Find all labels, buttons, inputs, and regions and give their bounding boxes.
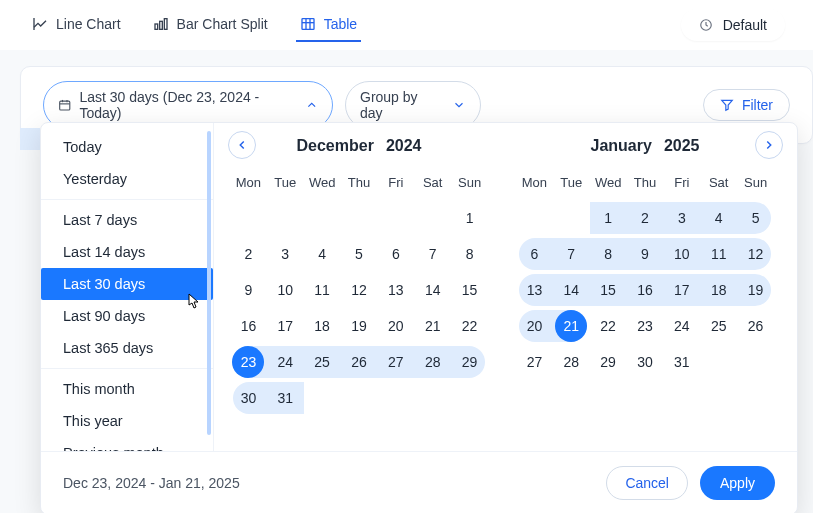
weekday-label: Tue	[553, 169, 590, 196]
bar-chart-icon	[153, 16, 169, 32]
calendar-day[interactable]: 28	[555, 346, 587, 378]
svg-rect-3	[302, 19, 314, 30]
preset-last-14-days[interactable]: Last 14 days	[41, 236, 213, 268]
calendar-month-left: December2024MonTueWedThuFriSatSun1234567…	[230, 137, 488, 451]
preset-this-month[interactable]: This month	[41, 373, 213, 405]
calendar-day[interactable]: 17	[269, 310, 301, 342]
tab-line-chart[interactable]: Line Chart	[28, 8, 125, 42]
preset-last-365-days[interactable]: Last 365 days	[41, 332, 213, 364]
calendar-day[interactable]: 22	[592, 310, 624, 342]
line-chart-icon	[32, 16, 48, 32]
weekday-label: Sun	[737, 169, 774, 196]
prev-month-button[interactable]	[228, 131, 256, 159]
preset-list: TodayYesterdayLast 7 daysLast 14 daysLas…	[41, 123, 213, 451]
tab-table[interactable]: Table	[296, 8, 361, 42]
calendar-day[interactable]: 9	[232, 274, 264, 306]
calendar-day[interactable]: 1	[592, 202, 624, 234]
calendar-day[interactable]: 17	[666, 274, 698, 306]
calendar-day[interactable]: 30	[629, 346, 661, 378]
chart-type-tabs: Line Chart Bar Chart Split Table Default	[0, 0, 813, 50]
preset-last-30-days[interactable]: Last 30 days	[41, 268, 213, 300]
cancel-button[interactable]: Cancel	[606, 466, 688, 500]
weekday-label: Sat	[700, 169, 737, 196]
preset-last-90-days[interactable]: Last 90 days	[41, 300, 213, 332]
preset-today[interactable]: Today	[41, 131, 213, 163]
calendar-day[interactable]: 11	[306, 274, 338, 306]
calendar-day[interactable]: 2	[232, 238, 264, 270]
calendar-day[interactable]: 14	[417, 274, 449, 306]
weekday-label: Fri	[377, 169, 414, 196]
date-range-label: Last 30 days (Dec 23, 2024 - Today)	[79, 89, 296, 121]
calendar-day[interactable]: 13	[380, 274, 412, 306]
calendar-month-right: January2025MonTueWedThuFriSatSun12345678…	[516, 137, 774, 451]
calendar-day[interactable]: 4	[703, 202, 735, 234]
calendar-day[interactable]: 5	[343, 238, 375, 270]
calendar-day[interactable]: 22	[454, 310, 486, 342]
calendar-day[interactable]: 31	[666, 346, 698, 378]
calendar-day[interactable]: 27	[518, 346, 550, 378]
calendar-day[interactable]: 28	[417, 346, 449, 378]
weekday-label: Wed	[304, 169, 341, 196]
calendar-day[interactable]: 16	[629, 274, 661, 306]
svg-rect-2	[164, 19, 167, 30]
preset-last-7-days[interactable]: Last 7 days	[41, 204, 213, 236]
calendar-day[interactable]: 2	[629, 202, 661, 234]
calendar-day[interactable]: 16	[232, 310, 264, 342]
filter-button[interactable]: Filter	[703, 89, 790, 121]
calendar-day[interactable]: 25	[703, 310, 735, 342]
calendar-day[interactable]: 1	[454, 202, 486, 234]
scrollbar[interactable]	[207, 131, 211, 435]
calendar-day[interactable]: 10	[269, 274, 301, 306]
calendar-day[interactable]: 23	[629, 310, 661, 342]
calendar-day[interactable]: 5	[740, 202, 772, 234]
calendar-day[interactable]: 12	[343, 274, 375, 306]
calendar-day[interactable]: 26	[343, 346, 375, 378]
calendar-day[interactable]: 21	[555, 310, 587, 342]
tab-label: Bar Chart Split	[177, 16, 268, 32]
calendar-day[interactable]: 25	[306, 346, 338, 378]
calendar-day[interactable]: 15	[592, 274, 624, 306]
calendar-day[interactable]: 3	[269, 238, 301, 270]
calendar-day[interactable]: 8	[592, 238, 624, 270]
tab-label: Table	[324, 16, 357, 32]
weekday-label: Mon	[230, 169, 267, 196]
calendar-day[interactable]: 29	[454, 346, 486, 378]
calendar-day[interactable]: 21	[417, 310, 449, 342]
calendar-day[interactable]: 29	[592, 346, 624, 378]
filter-icon	[720, 98, 734, 112]
calendar-day[interactable]: 8	[454, 238, 486, 270]
calendar-day[interactable]: 19	[343, 310, 375, 342]
calendar-day[interactable]: 6	[380, 238, 412, 270]
calendar-day[interactable]: 3	[666, 202, 698, 234]
calendar-day[interactable]: 26	[740, 310, 772, 342]
chevron-up-icon	[305, 98, 318, 112]
calendar-day[interactable]: 18	[306, 310, 338, 342]
svg-rect-1	[159, 21, 162, 29]
calendar-day[interactable]: 24	[666, 310, 698, 342]
calendar-day[interactable]: 4	[306, 238, 338, 270]
weekday-label: Thu	[341, 169, 378, 196]
calendar-day[interactable]: 18	[703, 274, 735, 306]
calendar-header: January2025	[516, 137, 774, 155]
calendar-day[interactable]: 15	[454, 274, 486, 306]
weekday-label: Tue	[267, 169, 304, 196]
weekday-label: Thu	[627, 169, 664, 196]
next-month-button[interactable]	[755, 131, 783, 159]
default-view-selector[interactable]: Default	[681, 9, 785, 41]
tab-bar-chart-split[interactable]: Bar Chart Split	[149, 8, 272, 42]
preset-this-year[interactable]: This year	[41, 405, 213, 437]
preset-yesterday[interactable]: Yesterday	[41, 163, 213, 195]
apply-button[interactable]: Apply	[700, 466, 775, 500]
svg-rect-8	[60, 101, 70, 110]
calendar-day[interactable]: 12	[740, 238, 772, 270]
calendar-day[interactable]: 10	[666, 238, 698, 270]
calendar-day[interactable]: 20	[380, 310, 412, 342]
preset-previous-month[interactable]: Previous month	[41, 437, 213, 451]
calendar-day[interactable]: 27	[380, 346, 412, 378]
weekday-label: Sun	[451, 169, 488, 196]
calendar-day[interactable]: 9	[629, 238, 661, 270]
calendar-day[interactable]: 11	[703, 238, 735, 270]
calendar-day[interactable]: 19	[740, 274, 772, 306]
weekday-label: Fri	[663, 169, 700, 196]
calendar-day[interactable]: 7	[417, 238, 449, 270]
